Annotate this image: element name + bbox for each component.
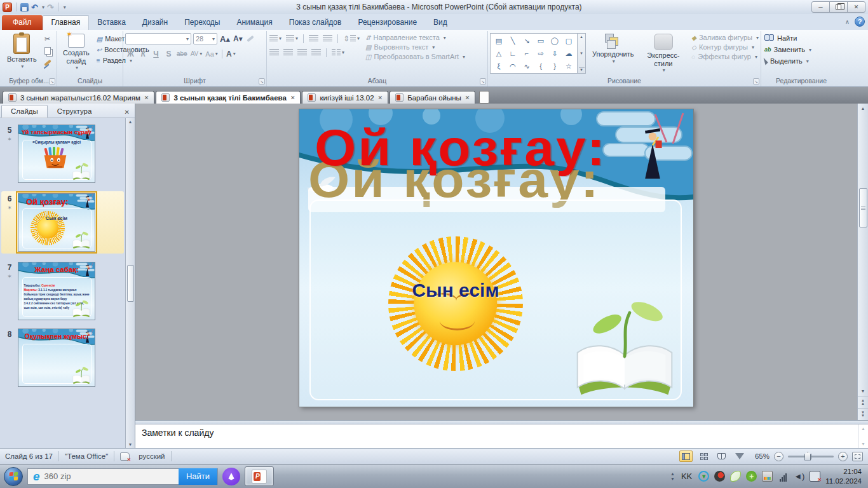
grow-font-icon[interactable]: A▴ [219, 34, 231, 44]
shape-triangle-icon[interactable]: △ [492, 47, 506, 60]
minimize-button[interactable]: ─ [811, 1, 830, 13]
printer-icon[interactable] [762, 471, 773, 482]
spellcheck-icon[interactable] [120, 452, 130, 461]
new-slide-button[interactable]: ✶ Создать слайд ▾ [59, 32, 93, 72]
zoom-out-button[interactable]: − [774, 452, 783, 461]
normal-view-button[interactable] [679, 451, 693, 462]
previous-slide-button[interactable]: ▲▲ [858, 396, 868, 408]
help-icon[interactable]: ? [855, 17, 865, 27]
start-button[interactable] [4, 467, 23, 486]
close-tab-icon[interactable]: ✕ [144, 95, 149, 101]
clear-formatting-icon[interactable] [245, 34, 256, 44]
close-pane-icon[interactable]: ✕ [121, 109, 133, 118]
network-disconnected-icon[interactable] [810, 471, 820, 482]
shrink-font-icon[interactable]: A▾ [233, 34, 243, 44]
columns-icon[interactable]: ▾ [331, 47, 345, 58]
volume-icon[interactable]: ◄) [794, 471, 804, 482]
tab-view[interactable]: Вид [425, 15, 456, 30]
search-text[interactable]: 360 zip [44, 471, 175, 481]
decrease-indent-icon[interactable] [308, 33, 319, 44]
tab-animations[interactable]: Анимация [228, 15, 280, 30]
slide-title[interactable]: Ой қозғау: [315, 118, 607, 177]
recorder-icon[interactable] [714, 471, 725, 482]
sun-label[interactable]: Сын есім [388, 280, 523, 301]
antivirus-leaf-icon[interactable] [730, 471, 741, 482]
change-case-button[interactable]: Aa▾ [205, 48, 218, 59]
signal-strength-icon[interactable] [778, 471, 789, 482]
numbering-icon[interactable]: ▾ [285, 33, 299, 44]
close-tab-icon[interactable]: ✕ [465, 95, 470, 101]
doc-tab-4[interactable]: Барабан ойыны ✕ [390, 91, 475, 104]
zoom-slider[interactable] [788, 456, 834, 458]
close-tab-icon[interactable]: ✕ [290, 95, 295, 101]
clipboard-dialog-launcher[interactable]: ↘ [49, 78, 55, 85]
tab-file[interactable]: Файл [2, 15, 43, 30]
character-spacing-button[interactable]: AV▾ [190, 48, 203, 59]
zoom-level[interactable]: 65% [750, 452, 770, 460]
justify-icon[interactable] [311, 47, 322, 58]
shape-textbox-icon[interactable]: ▤ [492, 34, 506, 47]
slide-sorter-view-button[interactable] [697, 451, 710, 462]
save-icon[interactable] [20, 3, 29, 11]
vertical-scrollbar[interactable]: ▲ ▼ ▲▲ ▼▼ [857, 104, 868, 420]
doc-tab-3[interactable]: кигізүй іші 13.02 ✕ [302, 91, 388, 104]
tab-design[interactable]: Дизайн [134, 15, 176, 30]
shape-outline-button[interactable]: ◇Контур фигуры▾ [691, 43, 759, 51]
zoom-slider-thumb[interactable] [804, 452, 811, 461]
shape-arrow-down-icon[interactable]: ⇩ [548, 47, 562, 60]
next-slide-button[interactable]: ▼▼ [858, 408, 868, 420]
quick-styles-button[interactable]: Экспресс-стили ▾ [637, 32, 689, 75]
doc-tab-2-active[interactable]: 3 сынып қазақ тілі Бакимбаева ✕ [156, 91, 301, 104]
download-manager-icon[interactable]: ▼ [698, 471, 709, 482]
shape-effects-button[interactable]: ◌Эффекты фигур▾ [691, 53, 759, 60]
tab-transitions[interactable]: Переходы [176, 15, 228, 30]
notes-scrollbar[interactable]: ▲ ▼ [858, 424, 868, 448]
tab-slideshow[interactable]: Показ слайдов [281, 15, 350, 30]
shape-fill-button[interactable]: ◆Заливка фигуры▾ [691, 34, 759, 41]
slide-thumbnail-5[interactable]: 5 ✶ Үй тапсырмасын сұрау «Сиқырлы қалам»… [1, 125, 124, 183]
undo-dropdown-icon[interactable]: ▾ [42, 4, 44, 10]
slideshow-view-button[interactable] [733, 451, 746, 462]
collapse-ribbon-icon[interactable]: ∧ [845, 18, 850, 25]
shape-brace-right-icon[interactable]: } [548, 60, 562, 72]
shapes-gallery[interactable]: ▤ ╲ ↘ ▭ ◯ ▢ △ ∟ ⌐ ⇨ ⇩ ☁ ξ ◠ ∿ [490, 32, 586, 74]
tab-review[interactable]: Рецензирование [349, 15, 425, 30]
line-spacing-icon[interactable]: ⇕▾ [342, 33, 360, 44]
language-indicator[interactable]: русский [139, 452, 165, 460]
font-color-button[interactable]: А▾ [226, 48, 236, 59]
replace-button[interactable]: abЗаменить▾ [764, 46, 811, 53]
shape-cloud-icon[interactable]: ☁ [562, 47, 576, 60]
shape-star-icon[interactable]: ☆ [562, 60, 576, 72]
undo-icon[interactable]: ↶ [31, 3, 38, 12]
font-dialog-launcher[interactable]: ↘ [259, 78, 265, 85]
current-slide[interactable]: Ой қозғау: Ой қозғау: Сын есім [299, 109, 693, 407]
shapes-gallery-scrollbar[interactable]: ▲▼▼ [578, 33, 586, 74]
strikethrough-button[interactable]: abe [176, 48, 188, 59]
shape-rounded-rect-icon[interactable]: ▢ [562, 34, 576, 47]
close-button[interactable]: ✕ [847, 1, 865, 13]
shape-elbow-icon[interactable]: ∟ [506, 47, 520, 60]
shape-connector-icon[interactable]: ⌐ [520, 47, 534, 60]
font-name-combo[interactable]: ▾ [125, 33, 191, 44]
taskbar-powerpoint-button[interactable] [245, 466, 274, 486]
align-left-icon[interactable] [269, 47, 280, 58]
theme-name[interactable]: "Тема Office" [65, 452, 108, 460]
text-shadow-button[interactable]: S [163, 48, 174, 59]
arrange-button[interactable]: Упорядочить ▾ [588, 32, 637, 66]
keyboard-language[interactable]: KK [680, 471, 693, 481]
underline-button[interactable]: Ч [151, 48, 161, 59]
shape-brace-left-icon[interactable]: { [534, 60, 548, 72]
redo-icon[interactable]: ↷ [47, 3, 54, 12]
voice-assistant-icon[interactable] [222, 468, 240, 485]
tab-slides-pane[interactable]: Слайды [1, 105, 48, 118]
slide-thumbnail-8[interactable]: 8 Оқулықпен жұмыс: [1, 329, 124, 387]
tab-insert[interactable]: Вставка [89, 15, 134, 30]
taskbar-search[interactable]: e 360 zip Найти [27, 468, 218, 485]
search-find-button[interactable]: Найти [179, 468, 217, 485]
paragraph-dialog-launcher[interactable]: ↘ [480, 78, 486, 85]
format-painter-icon[interactable] [42, 58, 53, 68]
slides-panel-scrollbar[interactable]: ▲ ▼ [125, 118, 135, 448]
bold-button[interactable]: Ж [125, 48, 136, 59]
doc-tab-1[interactable]: 3 сынып жаратылыст16.02 Мариям ✕ [3, 91, 154, 104]
tab-outline-pane[interactable]: Структура [48, 105, 102, 118]
